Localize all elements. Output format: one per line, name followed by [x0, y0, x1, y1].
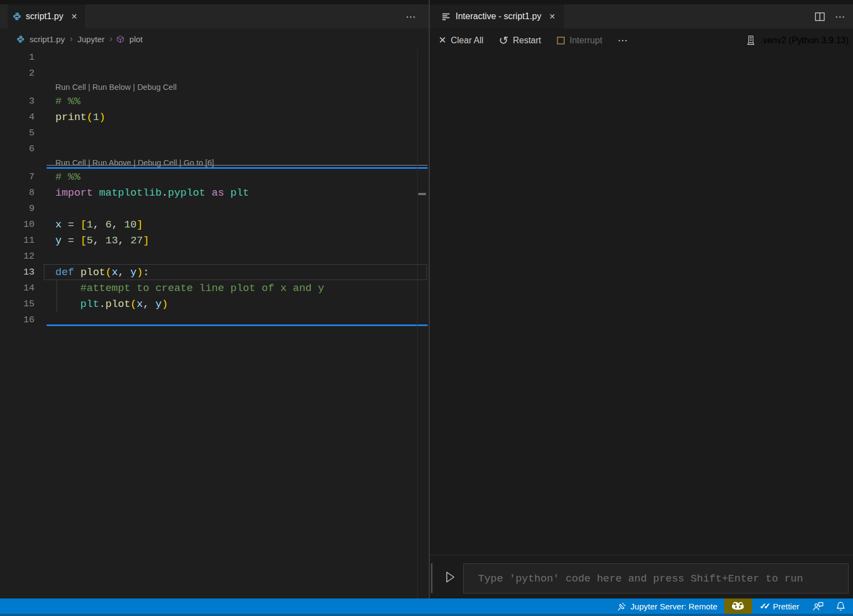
codelens-row: Run Cell | Run Above | Debug Cell | Go t…	[0, 157, 429, 169]
overview-ruler	[417, 49, 418, 598]
interrupt-button[interactable]: Interrupt	[556, 36, 602, 45]
code-line[interactable]: 9	[0, 201, 429, 216]
editor[interactable]: 12Run Cell | Run Below | Debug Cell3# %%…	[0, 49, 429, 598]
code-line[interactable]: 10x = [1, 6, 10]	[0, 216, 429, 232]
status-bar: Jupyter Server: Remote ✓✓ Prettier	[0, 598, 853, 614]
code-line[interactable]: 6	[0, 141, 429, 157]
window-top-strip	[0, 0, 853, 4]
interactive-window-icon	[442, 13, 451, 21]
breadcrumb-symbol[interactable]: plot	[129, 35, 143, 44]
codelens-underline	[47, 165, 428, 166]
clear-all-button[interactable]: ✕ Clear All	[439, 35, 484, 46]
input-placeholder: Type 'python' code here and press Shift+…	[478, 573, 803, 585]
code-area: 12Run Cell | Run Below | Debug Cell3# %%…	[0, 49, 429, 328]
code-text: x = [1, 6, 10]	[55, 219, 143, 231]
code-text: # %%	[55, 171, 81, 183]
bell-icon[interactable]	[836, 598, 845, 614]
code-text: print(1)	[55, 111, 105, 123]
python-icon	[13, 12, 21, 21]
tab-interactive-window[interactable]: Interactive - script1.py ✕	[430, 4, 564, 28]
breadcrumb-separator: ›	[110, 34, 112, 44]
code-line[interactable]: 3# %%	[0, 93, 429, 109]
line-number: 3	[0, 96, 35, 106]
code-line[interactable]: 5	[0, 125, 429, 141]
code-line[interactable]: 12	[0, 248, 429, 264]
code-line[interactable]: 13def plot(x, y):	[0, 264, 429, 280]
scrollbar-thumb[interactable]	[431, 563, 433, 593]
code-text: # %%	[55, 95, 81, 107]
line-number: 1	[0, 52, 35, 62]
copilot-status-badge[interactable]	[724, 598, 752, 614]
breadcrumb: script1.py › Jupyter › plot	[0, 28, 429, 49]
code-line[interactable]: 2	[0, 65, 429, 81]
interactive-history-area[interactable]	[430, 52, 853, 555]
breadcrumb-file[interactable]: script1.py	[30, 35, 65, 44]
code-text: def plot(x, y):	[55, 266, 149, 278]
line-number: 8	[0, 187, 35, 198]
tab-script1-py[interactable]: script1.py ✕	[8, 4, 85, 28]
code-text: #attempt to create line plot of x and y	[55, 282, 324, 294]
right-tab-bar: Interactive - script1.py ✕ ⋯	[430, 4, 853, 28]
python-icon	[16, 35, 25, 43]
tab-label: script1.py	[26, 12, 63, 21]
double-check-icon: ✓✓	[760, 601, 768, 611]
more-actions-icon[interactable]: ⋯	[406, 4, 417, 28]
close-icon: ✕	[439, 35, 446, 46]
code-line[interactable]: 11y = [5, 13, 27]	[0, 232, 429, 248]
play-outline-icon[interactable]	[443, 569, 457, 587]
line-number: 12	[0, 251, 35, 261]
close-icon[interactable]: ✕	[549, 12, 556, 21]
codelens-links[interactable]: Run Cell | Run Below | Debug Cell	[55, 83, 177, 93]
server-environment-icon	[746, 35, 755, 45]
jupyter-server-status[interactable]: Jupyter Server: Remote	[617, 598, 717, 614]
code-text: y = [5, 13, 27]	[55, 235, 149, 247]
interactive-input-zone: Type 'python' code here and press Shift+…	[430, 555, 853, 598]
line-number: 10	[0, 219, 35, 230]
prettier-status[interactable]: ✓✓ Prettier	[760, 598, 800, 614]
cell-bottom-border	[47, 324, 428, 326]
window-bottom-edge	[0, 614, 853, 616]
code-text: import matplotlib.pyplot as plt	[55, 187, 249, 199]
square-stop-icon	[556, 36, 565, 45]
code-input[interactable]: Type 'python' code here and press Shift+…	[463, 563, 849, 594]
overview-cursor-marker	[418, 193, 426, 195]
left-tab-bar: script1.py ✕ ⋯	[0, 4, 429, 28]
code-line[interactable]: 7# %%	[0, 169, 429, 185]
jupyter-server-label: Jupyter Server: Remote	[630, 602, 717, 611]
line-number: 16	[0, 315, 35, 325]
prettier-label: Prettier	[773, 602, 799, 611]
line-number: 15	[0, 299, 35, 309]
copilot-icon	[731, 601, 744, 612]
line-number: 14	[0, 283, 35, 293]
more-actions-icon[interactable]: ⋯	[618, 34, 629, 47]
codelens-row: Run Cell | Run Below | Debug Cell	[0, 81, 429, 93]
vscode-window: script1.py ✕ ⋯ script1.py › Jupyter › pl…	[0, 0, 853, 616]
line-number: 4	[0, 112, 35, 122]
kernel-label: .venv2 (Python 3.9.13)	[760, 36, 849, 45]
code-line[interactable]: 15 plt.plot(x, y)	[0, 296, 429, 312]
code-line[interactable]: 4print(1)	[0, 109, 429, 125]
line-number: 5	[0, 128, 35, 138]
breadcrumb-namespace[interactable]: Jupyter	[78, 35, 105, 44]
code-text: plt.plot(x, y)	[55, 298, 168, 310]
line-number: 9	[0, 203, 35, 214]
tab-label: Interactive - script1.py	[456, 12, 542, 21]
code-line[interactable]: 8import matplotlib.pyplot as plt	[0, 185, 429, 201]
restart-button[interactable]: ↺ Restart	[499, 36, 541, 45]
restart-arrow-icon: ↺	[499, 36, 509, 45]
code-line[interactable]: 16	[0, 312, 429, 328]
more-actions-icon[interactable]: ⋯	[835, 4, 846, 28]
code-line[interactable]: 1	[0, 49, 429, 65]
feedback-icon[interactable]	[812, 598, 824, 614]
kernel-selector[interactable]: .venv2 (Python 3.9.13)	[746, 35, 849, 45]
split-editor-icon[interactable]	[815, 4, 825, 28]
line-number: 11	[0, 235, 35, 246]
line-number: 2	[0, 68, 35, 78]
symbol-cube-icon	[116, 35, 124, 43]
line-number: 7	[0, 172, 35, 182]
plug-icon	[617, 602, 627, 611]
line-number: 13	[0, 267, 35, 277]
code-line[interactable]: 14 #attempt to create line plot of x and…	[0, 280, 429, 296]
interactive-toolbar: ✕ Clear All ↺ Restart Interrupt ⋯	[430, 28, 853, 52]
close-icon[interactable]: ✕	[71, 12, 77, 21]
